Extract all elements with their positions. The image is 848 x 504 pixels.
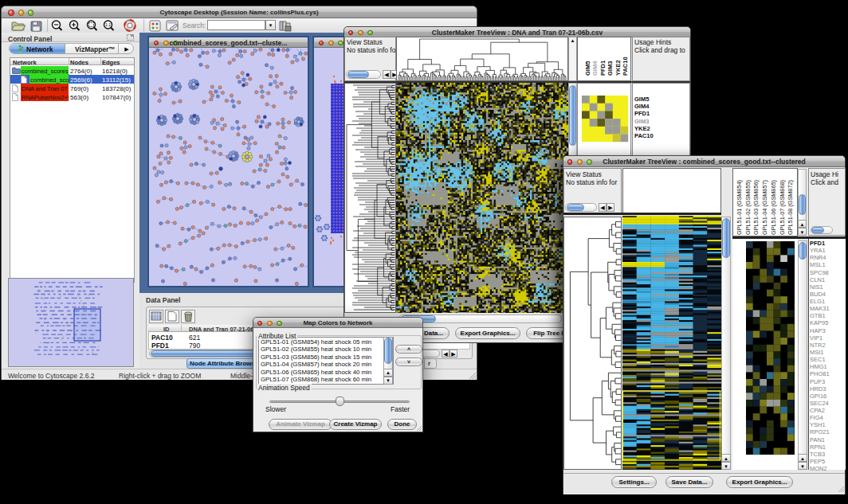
svg-text:1:1: 1:1: [105, 22, 111, 27]
